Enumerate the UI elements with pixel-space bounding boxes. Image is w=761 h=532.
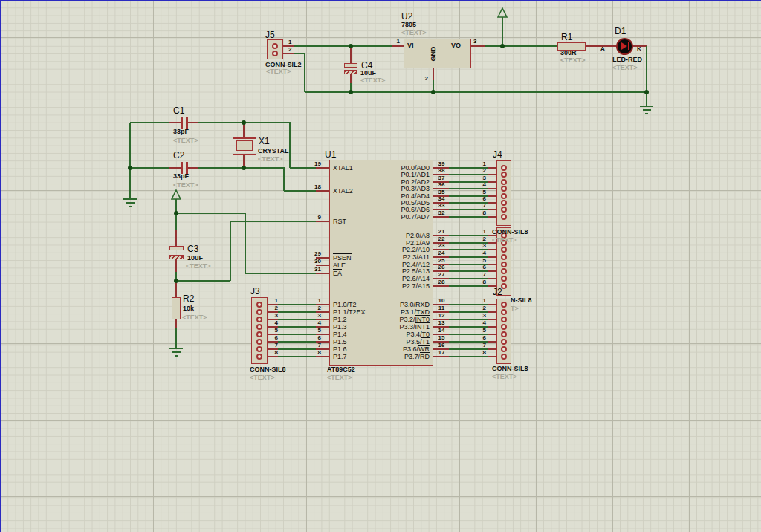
j2-pin-circle[interactable] bbox=[501, 302, 507, 308]
wire[interactable] bbox=[646, 46, 647, 106]
wire[interactable] bbox=[278, 326, 316, 328]
c1-lead[interactable] bbox=[169, 122, 181, 123]
j2-pin-circle[interactable] bbox=[501, 324, 507, 330]
j_mid-pin-circle[interactable] bbox=[501, 268, 507, 274]
j2-pin-circle[interactable] bbox=[501, 309, 507, 315]
wire[interactable] bbox=[278, 348, 316, 350]
wire[interactable] bbox=[176, 213, 246, 214]
j4-pin-circle[interactable] bbox=[501, 193, 507, 199]
j3-pin-circle[interactable] bbox=[256, 317, 262, 322]
j2-pin-circle[interactable] bbox=[501, 331, 507, 337]
ea-wire[interactable] bbox=[245, 273, 316, 274]
vcc-stem[interactable] bbox=[502, 17, 503, 46]
wire[interactable] bbox=[176, 280, 230, 282]
wire[interactable] bbox=[278, 356, 316, 357]
wire[interactable] bbox=[175, 328, 177, 348]
ground-icon[interactable] bbox=[175, 355, 178, 357]
wire[interactable] bbox=[449, 356, 488, 357]
u1-pin-stub[interactable] bbox=[433, 285, 449, 287]
ground-rail[interactable] bbox=[305, 91, 647, 93]
wire[interactable] bbox=[129, 123, 131, 198]
j_mid-pin-circle[interactable] bbox=[501, 276, 507, 282]
wire[interactable] bbox=[485, 45, 557, 47]
rst-wire[interactable] bbox=[230, 221, 316, 222]
wire[interactable] bbox=[294, 45, 392, 47]
u2-vi-pin[interactable] bbox=[392, 45, 404, 47]
ground-icon[interactable] bbox=[126, 202, 135, 204]
wire[interactable] bbox=[449, 216, 488, 218]
j_mid-pin-circle[interactable] bbox=[501, 262, 507, 267]
ground-icon[interactable] bbox=[169, 348, 183, 349]
wire[interactable] bbox=[130, 167, 169, 169]
j2-pin-circle[interactable] bbox=[501, 317, 507, 322]
u1-pin-stub[interactable] bbox=[433, 356, 449, 357]
c1-lead[interactable] bbox=[187, 122, 198, 123]
wire[interactable] bbox=[278, 319, 316, 320]
u1-pin-name: P0.7/AD7 bbox=[338, 213, 430, 221]
u1-pin-stub[interactable] bbox=[316, 273, 329, 274]
ground-icon[interactable] bbox=[645, 113, 648, 114]
j3-pin-circle[interactable] bbox=[256, 309, 262, 315]
j3-pin-circle[interactable] bbox=[256, 331, 262, 337]
wire[interactable] bbox=[278, 304, 316, 305]
vcc-arrow-icon[interactable] bbox=[497, 7, 508, 18]
u1-pin-stub[interactable] bbox=[316, 356, 329, 357]
c4-lead[interactable] bbox=[350, 74, 352, 83]
j4-pin-circle[interactable] bbox=[501, 200, 507, 206]
wire[interactable] bbox=[245, 213, 246, 273]
j3-pin-circle[interactable] bbox=[256, 339, 262, 345]
wire[interactable] bbox=[290, 167, 316, 169]
j_mid-pin-circle[interactable] bbox=[501, 254, 507, 260]
r2-body[interactable] bbox=[172, 297, 181, 319]
ground-icon[interactable] bbox=[129, 206, 132, 207]
wire[interactable] bbox=[230, 221, 231, 281]
j4-pin-circle[interactable] bbox=[501, 165, 507, 171]
j5-pin-circle[interactable] bbox=[272, 51, 278, 56]
x1-lead[interactable] bbox=[243, 123, 245, 138]
r2-lead[interactable] bbox=[175, 281, 177, 297]
wire[interactable] bbox=[284, 190, 316, 192]
vcc-arrow-icon[interactable] bbox=[171, 189, 181, 200]
wire[interactable] bbox=[449, 285, 488, 287]
j_mid-pin-circle[interactable] bbox=[501, 247, 507, 253]
j2-pin-circle[interactable] bbox=[501, 339, 507, 345]
wire[interactable] bbox=[289, 123, 291, 168]
j5-pin-circle[interactable] bbox=[272, 43, 278, 49]
wire[interactable] bbox=[130, 122, 169, 123]
u1-pin-number: 6 bbox=[305, 335, 321, 341]
u2-vo-pin[interactable] bbox=[471, 45, 485, 47]
j3-pin-circle[interactable] bbox=[256, 324, 262, 330]
j4-pin-circle[interactable] bbox=[501, 179, 507, 185]
u1-pin-stub[interactable] bbox=[316, 190, 329, 192]
ground-icon[interactable] bbox=[172, 351, 181, 353]
j4-pin-circle[interactable] bbox=[501, 172, 507, 178]
r2-lead[interactable] bbox=[175, 319, 177, 328]
j4-pin-circle[interactable] bbox=[501, 186, 507, 192]
wire[interactable] bbox=[278, 341, 316, 343]
j2-pin-circle[interactable] bbox=[501, 354, 507, 360]
ground-icon[interactable] bbox=[123, 198, 137, 200]
u2-gnd-pin[interactable] bbox=[433, 68, 434, 80]
j4-pin-circle[interactable] bbox=[501, 207, 507, 213]
c3-lead[interactable] bbox=[175, 230, 177, 246]
c4-lead[interactable] bbox=[350, 46, 352, 63]
wire[interactable] bbox=[278, 334, 316, 335]
j2-pin-circle[interactable] bbox=[501, 346, 507, 352]
c2-lead[interactable] bbox=[169, 167, 181, 169]
u1-pin-stub[interactable] bbox=[316, 221, 329, 222]
c3-lead[interactable] bbox=[175, 259, 177, 272]
u1-pin-stub[interactable] bbox=[316, 167, 329, 169]
u2-body[interactable] bbox=[404, 39, 471, 68]
wire[interactable] bbox=[304, 53, 305, 92]
j4-pin-circle[interactable] bbox=[501, 214, 507, 220]
ground-icon[interactable] bbox=[640, 106, 653, 107]
u1-pin-stub[interactable] bbox=[433, 216, 449, 218]
wire[interactable] bbox=[278, 311, 316, 313]
c2-lead[interactable] bbox=[187, 167, 198, 169]
j3-pin-circle[interactable] bbox=[256, 346, 262, 352]
ground-icon[interactable] bbox=[643, 109, 651, 111]
j3-pin-circle[interactable] bbox=[256, 302, 262, 308]
wire[interactable] bbox=[283, 168, 285, 191]
j3-pin-circle[interactable] bbox=[256, 354, 262, 360]
x1-body[interactable] bbox=[236, 140, 253, 151]
